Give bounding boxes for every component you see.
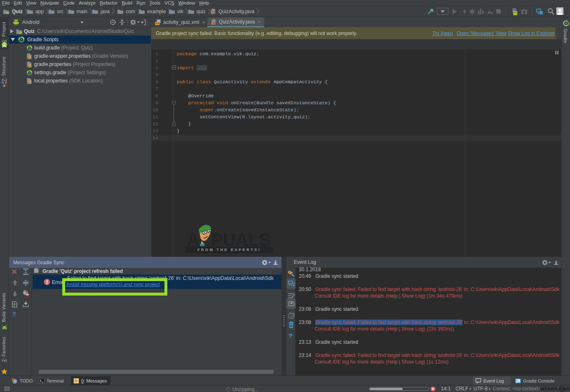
svg-text:<>: <>: [155, 22, 159, 25]
svg-text:J: J: [212, 21, 214, 25]
svg-text:J: J: [212, 11, 213, 14]
